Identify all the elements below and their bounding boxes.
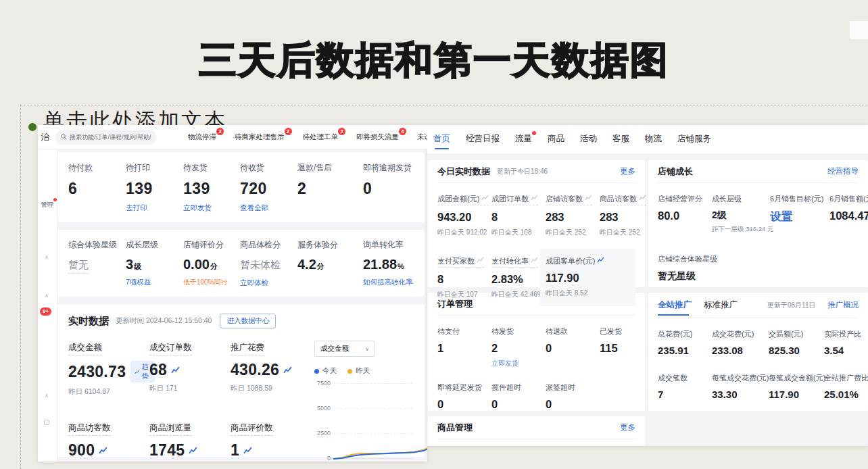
realtime-metrics: 成交金额 2430.73 趋势 昨日 6104.87 成交订单数 68 昨日 1… xyxy=(68,341,310,462)
left-topbar-nav: 物流停滞2 待商家处理售后2 待处理工单2 即将损失流量4 未读站内信66 xyxy=(188,132,427,142)
trend-chart-icon[interactable] xyxy=(585,195,592,201)
trend-chart-icon[interactable] xyxy=(531,257,538,263)
more-link[interactable]: 更多 xyxy=(620,166,635,176)
nav-traffic-loss[interactable]: 即将损失流量4 xyxy=(356,132,399,142)
right-dashboard-screenshot: 首页 经营日报 流量 商品 活动 客服 物流 店铺服务 今日实时数据 更新于今日… xyxy=(427,125,868,446)
card-title: 实时数据 xyxy=(68,315,109,328)
tab-activities[interactable]: 活动 xyxy=(580,133,597,153)
legend-today[interactable]: 今天 xyxy=(314,366,337,376)
slide-title: 三天后数据和第一天数据图 xyxy=(0,35,868,87)
metric-star-level: 综合体验星级 暂无 xyxy=(68,239,126,288)
badge-count: 2 xyxy=(285,128,292,135)
trend-chart-icon[interactable] xyxy=(243,447,252,454)
below-peers-warning: 低于100%同行 xyxy=(183,278,228,287)
shop-growth-card: 店铺成长 经营指导 店铺经营评分 80.0 成长层级 2级 距下一层级 316.… xyxy=(648,160,868,287)
promotion-card: 全站推广 标准推广 更新于06月11日 推广概况 总花费(元) 235.91 成… xyxy=(648,293,868,411)
metric-growth-level: 成长层级 2级 距下一层级 316.24 元 xyxy=(712,192,770,234)
search-box[interactable] xyxy=(55,130,157,145)
ship-now-link[interactable]: 立即发货 xyxy=(491,359,519,368)
metric-pending-payment: 待付款 6 xyxy=(68,162,126,213)
trend-chart-icon[interactable] xyxy=(189,447,197,454)
metric-promo-fee-ratio: 全站推广费比 25.01% xyxy=(824,371,868,400)
guidance-link[interactable]: 经营指导 xyxy=(827,166,859,176)
metric-pickup-timeout: 揽件超时 0 xyxy=(491,380,546,411)
tab-traffic[interactable]: 流量 xyxy=(515,133,532,153)
search-icon xyxy=(61,134,67,140)
slide-canvas: 三天后数据和第一天数据图 单击此处添加文本 治 物流停滞2 待商家处理售后2 待… xyxy=(0,0,868,469)
tab-shop-services[interactable]: 店铺服务 xyxy=(677,133,711,153)
nav-pending-aftersale[interactable]: 待商家处理售后2 xyxy=(235,132,285,142)
order-management-card: 订单管理 待支付 1 待发货 2 立即发货 待退款 xyxy=(428,293,645,411)
right-right-column: 店铺成长 经营指导 店铺经营评分 80.0 成长层级 2级 距下一层级 316.… xyxy=(648,160,868,416)
trend-chart-icon[interactable] xyxy=(531,195,538,201)
app-logo-text: 治 xyxy=(41,131,49,143)
improve-conversion-link[interactable]: 如何提高转化率 xyxy=(363,278,413,287)
chart-metric-select[interactable]: 成交金额 ∨ xyxy=(314,341,375,357)
metric-refund-aftersale: 退款/售后 2 xyxy=(297,162,363,213)
left-topbar: 治 物流停滞2 待商家处理售后2 待处理工单2 即将损失流量4 未读站内信66 … xyxy=(38,125,427,149)
more-link[interactable]: 更多 xyxy=(620,422,635,433)
promo-overview-link[interactable]: 推广概况 xyxy=(827,300,859,310)
shop-experience-card: 综合体验星级 暂无 成长层级 3级 7项权益 店铺评价分 0.00分 低于100… xyxy=(57,230,425,297)
tab-home[interactable]: 首页 xyxy=(433,133,450,153)
metric-group-amount: 成团金额(元) 943.20 昨日全天 912.02 xyxy=(437,192,491,237)
sidebar-red-dot xyxy=(53,198,57,201)
trend-chart-icon[interactable] xyxy=(99,447,107,454)
sidebar-item-manage[interactable]: 管理 xyxy=(41,201,53,209)
search-input[interactable] xyxy=(70,134,151,141)
metric-paying-buyers: 支付买家数 8 昨日全天 107 xyxy=(437,254,491,299)
view-all-link[interactable]: 查看全部 xyxy=(240,203,268,213)
badge-count: 2 xyxy=(338,128,345,135)
tab-daily-report[interactable]: 经营日报 xyxy=(466,133,500,153)
cutoff-row xyxy=(437,439,635,446)
chevron-up-icon[interactable]: ∧ xyxy=(45,393,49,399)
metric-overdue-ship: 即将逾期发货 0 xyxy=(363,162,427,213)
metric-awaiting-payment: 待支付 1 xyxy=(437,324,491,368)
nav-unread-messages[interactable]: 未读站内信66 xyxy=(417,132,427,142)
tab-service[interactable]: 客服 xyxy=(612,133,629,153)
metric-awaiting-refund: 待退款 0 xyxy=(546,324,600,368)
ship-now-link[interactable]: 立即发货 xyxy=(183,203,212,213)
metric-shop-visitors: 店铺访客数 283 昨日全天 252 xyxy=(546,192,600,237)
sidebar-badge: 8+ xyxy=(40,307,51,316)
trend-chart-icon[interactable] xyxy=(597,257,604,263)
metric-awaiting-ship: 待发货 2 立即发货 xyxy=(491,324,546,368)
metric-to-ship: 待发货 139 立即发货 xyxy=(183,162,240,213)
realtime-data-card: 实时数据 更新时间 2024-06-12 15:50:40 进入数据中心 成交金… xyxy=(57,304,425,457)
metric-avg-order-value: 成团客单价(元) 117.90 昨日全天 8.52 xyxy=(540,249,635,306)
sidebar-icon-fragment xyxy=(44,420,49,425)
legend-yesterday[interactable]: 昨天 xyxy=(347,366,370,376)
metric-pay-conversion: 支付转化率 2.83% 昨日全天 42.46% xyxy=(491,254,546,299)
line-chart: 7500 5000 2500 0 00:00 04:00 08:00 xyxy=(314,380,414,462)
metric-delivery-timeout: 派签超时 0 xyxy=(546,380,600,411)
trend-chart-icon[interactable] xyxy=(171,366,180,374)
tab-logistics[interactable]: 物流 xyxy=(645,133,662,153)
metric-gmv: 成交金额 2430.73 趋势 昨日 6104.87 xyxy=(68,341,149,399)
trend-chart-icon[interactable] xyxy=(477,257,484,263)
metric-to-receive: 待收货 720 查看全部 xyxy=(240,162,297,213)
check-now-link[interactable]: 立即体检 xyxy=(240,278,268,288)
metric-shop-rating: 店铺评价分 0.00分 低于100%同行 xyxy=(183,239,240,288)
metric-shipped: 已发货 115 xyxy=(600,324,635,368)
metric-inquiry-conversion: 询单转化率 21.88% 如何提高转化率 xyxy=(363,239,427,288)
metric-growth-level: 成长层级 3级 7项权益 xyxy=(126,239,183,288)
tab-products[interactable]: 商品 xyxy=(548,133,564,153)
trend-chart-icon[interactable] xyxy=(639,195,646,201)
trend-chart-icon[interactable] xyxy=(283,366,292,374)
set-target-link[interactable]: 设置 xyxy=(770,209,829,224)
right-left-column: 今日实时数据 更新于今日18:46 更多 成团金额(元) 943.20 昨日全天… xyxy=(428,160,645,446)
metric-promo-spend: 推广花费 430.26 昨日 1088.59 xyxy=(231,341,310,399)
go-print-link[interactable]: 去打印 xyxy=(126,203,147,213)
tab-standard-promo[interactable]: 标准推广 xyxy=(704,291,738,319)
chart-legend: 今天 昨天 xyxy=(314,366,414,376)
nav-pending-ticket[interactable]: 待处理工单2 xyxy=(303,132,339,142)
trend-chart-icon[interactable] xyxy=(481,195,489,201)
chevron-up-icon[interactable]: ∧ xyxy=(45,293,49,299)
data-center-button[interactable]: 进入数据中心 xyxy=(220,314,276,328)
nav-logistics-stalled[interactable]: 物流停滞2 xyxy=(188,132,216,142)
red-dot xyxy=(532,131,536,135)
update-time: 更新时间 2024-06-12 15:50:40 xyxy=(116,316,212,326)
rights-link[interactable]: 7项权益 xyxy=(126,278,151,287)
tab-sitewide-promo[interactable]: 全站推广 xyxy=(658,291,692,319)
chevron-up-icon[interactable]: ∧ xyxy=(45,254,49,260)
